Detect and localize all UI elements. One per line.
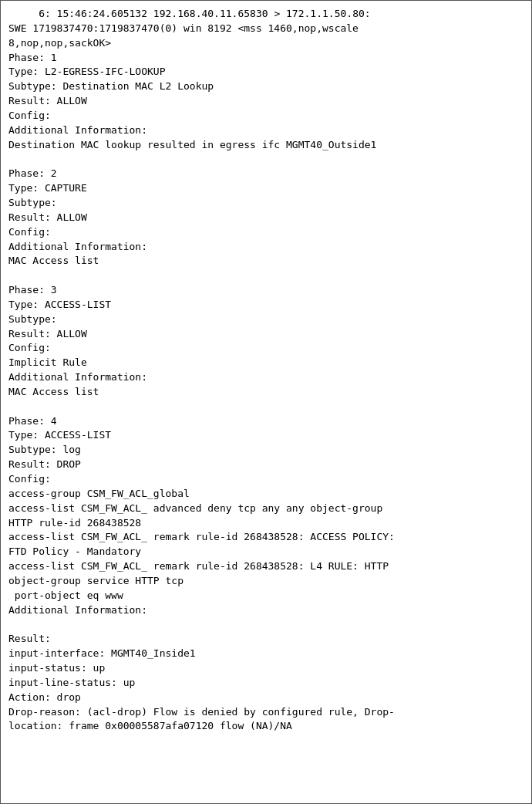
log-text: 6: 15:46:24.605132 192.168.40.11.65830 >… bbox=[8, 7, 524, 734]
terminal-container: 6: 15:46:24.605132 192.168.40.11.65830 >… bbox=[0, 0, 532, 804]
